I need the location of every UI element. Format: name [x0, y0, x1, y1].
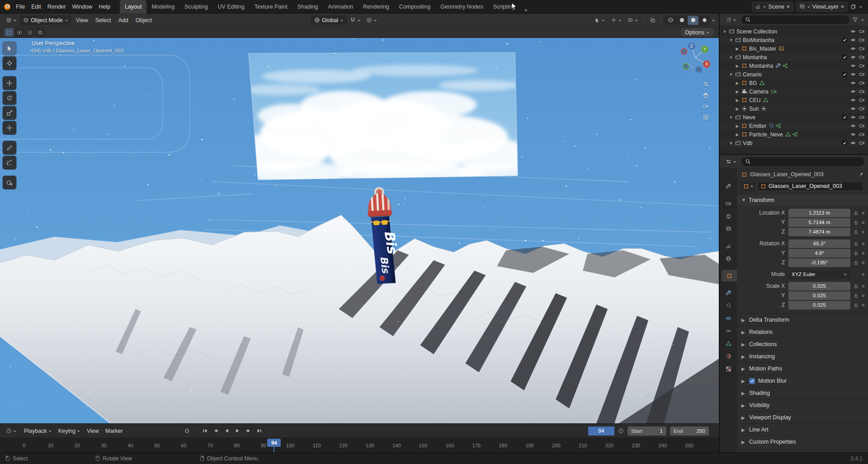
hide-in-viewport-icon[interactable]	[850, 140, 856, 146]
frame-start-field[interactable]: Start1	[627, 427, 666, 436]
collapse-icon[interactable]: ▼	[728, 55, 734, 60]
tool-add-cube-button[interactable]	[3, 176, 16, 189]
tool-scale-button[interactable]	[3, 106, 16, 120]
expand-icon[interactable]: ▶	[734, 98, 741, 103]
tool-rotate-button[interactable]	[3, 91, 16, 105]
workspace-tab-layout[interactable]: Layout	[120, 0, 147, 14]
hide-in-viewport-icon[interactable]	[850, 63, 856, 69]
orientation-dropdown[interactable]: Global	[311, 15, 347, 25]
number-field[interactable]: 1.2113 m	[788, 209, 850, 217]
workspace-tab-texture-paint[interactable]: Texture Paint	[250, 0, 292, 14]
menu-file[interactable]: File	[13, 0, 28, 14]
viewport-canvas[interactable]: Bis Bis User Perspective (94) Vdb | Glas…	[0, 38, 719, 423]
gizmo-neg-y-axis[interactable]	[683, 64, 689, 70]
snap-toggle[interactable]	[348, 16, 363, 24]
properties-tab-scene[interactable]	[720, 240, 737, 252]
timeline-menu-view[interactable]: View	[84, 428, 102, 434]
properties-tab-world[interactable]	[720, 253, 737, 264]
workspace-tab-compositing[interactable]: Compositing	[394, 0, 435, 14]
workspace-tab-uv-editing[interactable]: UV Editing	[213, 0, 250, 14]
add-workspace-button[interactable]: +	[520, 7, 531, 14]
lock-toggle-icon[interactable]	[854, 241, 859, 246]
object-browse-button[interactable]	[741, 182, 755, 191]
navigation-gizmo[interactable]: Z Y X	[678, 40, 712, 74]
animate-property-icon[interactable]	[861, 220, 865, 225]
number-field[interactable]: 4.8°	[788, 249, 850, 258]
properties-search-input[interactable]	[741, 157, 864, 166]
properties-tab-particles[interactable]	[720, 300, 737, 311]
outliner-row[interactable]: ▶Montanha	[720, 61, 868, 70]
rotation-mode-dropdown[interactable]: XYZ Euler	[788, 270, 850, 279]
properties-tab-tool[interactable]	[720, 180, 737, 192]
disable-in-renders-icon[interactable]	[859, 54, 865, 60]
lock-toggle-icon[interactable]	[854, 284, 859, 289]
workspace-tab-modeling[interactable]: Modeling	[146, 0, 179, 14]
selectability-dropdown[interactable]	[592, 17, 607, 24]
menu-edit[interactable]: Edit	[28, 0, 44, 14]
section-shading[interactable]: ▶Shading	[737, 387, 868, 399]
expand-icon[interactable]: ▶	[734, 64, 741, 68]
animate-property-icon[interactable]	[861, 272, 865, 277]
camera-view-icon[interactable]	[703, 103, 709, 109]
section-line-art[interactable]: ▶Line Art	[737, 423, 868, 436]
scene-selector[interactable]: Scene	[752, 2, 793, 12]
pin-icon[interactable]	[858, 172, 863, 177]
exclude-checkbox-icon[interactable]	[842, 114, 848, 120]
timeline-menu-playback[interactable]: Playback	[21, 428, 55, 434]
disable-in-renders-icon[interactable]	[859, 71, 865, 77]
xray-toggle[interactable]	[647, 16, 658, 24]
transform-panel-header[interactable]: ▼ Transform	[737, 194, 868, 206]
tool-measure-button[interactable]	[3, 156, 16, 169]
properties-tab-render[interactable]	[720, 197, 737, 209]
jump-start-button[interactable]	[200, 427, 210, 436]
animate-property-icon[interactable]	[861, 303, 865, 307]
select-mode-extend-button[interactable]	[15, 28, 24, 37]
properties-tab-constraints[interactable]	[720, 325, 737, 337]
section-custom-properties[interactable]: ▶Custom Properties	[737, 436, 868, 448]
animate-property-icon[interactable]	[861, 242, 865, 246]
hide-in-viewport-icon[interactable]	[850, 89, 856, 94]
expand-icon[interactable]: ▶	[734, 47, 741, 51]
select-mode-intersect-button[interactable]	[36, 28, 45, 37]
expand-icon[interactable]: ▶	[734, 132, 741, 137]
disable-in-renders-icon[interactable]	[859, 37, 865, 43]
lock-toggle-icon[interactable]	[854, 260, 859, 265]
gizmos-toggle[interactable]	[609, 16, 624, 24]
section-visibility[interactable]: ▶Visibility	[737, 399, 868, 411]
current-frame-field[interactable]: 94	[588, 427, 614, 436]
section-checkbox[interactable]	[749, 378, 755, 384]
disable-in-renders-icon[interactable]	[859, 114, 865, 120]
tool-annotate-button[interactable]	[3, 141, 16, 155]
animate-property-icon[interactable]	[861, 261, 865, 265]
outliner-search-input[interactable]	[741, 15, 849, 24]
animate-property-icon[interactable]	[861, 211, 865, 215]
hide-in-viewport-icon[interactable]	[850, 54, 856, 60]
outliner-row[interactable]: ▶Particle_Neve	[720, 130, 868, 139]
outliner-row[interactable]: ▶CEU	[720, 96, 868, 104]
timeline-editor-type-button[interactable]	[4, 427, 19, 435]
filter-icon[interactable]	[852, 17, 858, 23]
hide-in-viewport-icon[interactable]	[850, 131, 856, 137]
number-field[interactable]: 7.4874 m	[788, 228, 850, 236]
hide-in-viewport-icon[interactable]	[850, 123, 856, 129]
properties-tab-texture[interactable]	[720, 363, 737, 375]
hide-in-viewport-icon[interactable]	[850, 97, 856, 103]
hide-in-viewport-icon[interactable]	[850, 28, 856, 34]
overlays-toggle[interactable]	[625, 16, 641, 24]
zoom-icon[interactable]	[703, 81, 709, 87]
workspace-tab-shading[interactable]: Shading	[292, 0, 323, 14]
collapse-icon[interactable]: ▼	[728, 115, 734, 120]
viewport-menu-add[interactable]: Add	[115, 14, 132, 27]
animate-property-icon[interactable]	[861, 230, 865, 234]
outliner-row[interactable]: ▼Montanha	[720, 53, 868, 61]
disable-in-renders-icon[interactable]	[859, 28, 865, 34]
workspace-tab-rendering[interactable]: Rendering	[358, 0, 394, 14]
shading-solid-button[interactable]	[676, 16, 687, 25]
outliner-row[interactable]: ▶Camera	[720, 87, 868, 96]
workspace-tab-scripting[interactable]: Scripting	[488, 0, 520, 14]
gizmo-y-axis[interactable]: Y	[703, 47, 706, 52]
workspace-tab-sculpting[interactable]: Sculpting	[179, 0, 212, 14]
disable-in-renders-icon[interactable]	[859, 97, 865, 103]
number-field[interactable]: 5.7144 m	[788, 218, 850, 227]
properties-editor-type-button[interactable]	[723, 158, 739, 165]
